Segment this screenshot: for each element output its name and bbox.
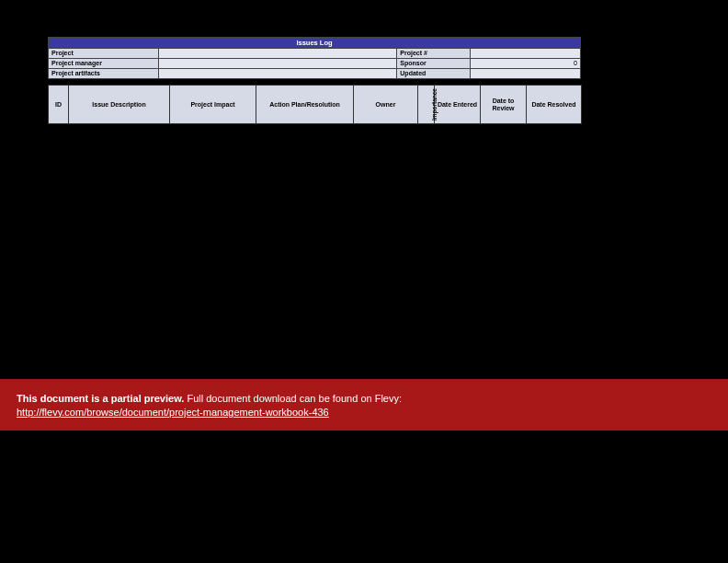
issues-log-sheet: Issues Log Project Project # Project man… — [48, 37, 581, 124]
banner-line1: This document is a partial preview. Full… — [17, 392, 711, 406]
col-impact: Project Impact — [170, 86, 256, 124]
preview-banner: This document is a partial preview. Full… — [0, 379, 728, 431]
meta-row: Project manager Sponsor 0 — [49, 59, 581, 69]
meta-row: Project artifacts Updated — [49, 69, 581, 79]
banner-bold-text: This document is a partial preview. — [17, 393, 184, 404]
meta-value — [471, 49, 581, 59]
meta-value — [158, 69, 396, 79]
issues-header-table: ID Issue Description Project Impact Acti… — [48, 85, 582, 124]
meta-table: Project Project # Project manager Sponso… — [48, 48, 581, 79]
title-text: Issues Log — [296, 39, 332, 47]
col-action: Action Plan/Resolution — [256, 86, 354, 124]
meta-row: Project Project # — [49, 49, 581, 59]
col-owner: Owner — [354, 86, 418, 124]
meta-label: Updated — [397, 69, 471, 79]
meta-label: Project — [49, 49, 159, 59]
col-date-entered: Date Entered — [435, 86, 481, 124]
meta-value: 0 — [471, 59, 581, 69]
meta-label: Project manager — [49, 59, 159, 69]
meta-label: Project artifacts — [49, 69, 159, 79]
banner-rest-text: Full document download can be found on F… — [184, 393, 402, 404]
col-date-resolved: Date Resolved — [527, 86, 582, 124]
col-importance: Importance — [418, 86, 435, 124]
banner-link[interactable]: http://flevy.com/browse/document/project… — [17, 407, 329, 418]
header-row: ID Issue Description Project Impact Acti… — [49, 86, 582, 124]
meta-label: Sponsor — [397, 59, 471, 69]
meta-value — [158, 49, 396, 59]
meta-value — [471, 69, 581, 79]
col-id: ID — [49, 86, 69, 124]
col-date-review: Date to Review — [481, 86, 527, 124]
title-bar: Issues Log — [48, 37, 581, 48]
meta-value — [158, 59, 396, 69]
meta-label: Project # — [397, 49, 471, 59]
col-desc: Issue Description — [69, 86, 170, 124]
col-importance-text: Importance — [431, 88, 438, 121]
